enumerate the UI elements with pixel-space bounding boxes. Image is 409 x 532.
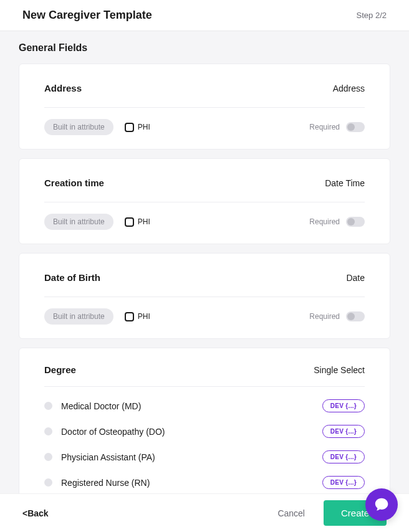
option-label: Physician Assistant (PA)	[61, 452, 155, 462]
option-row: Doctor of Osteopathy (DO) DEV {...}	[44, 419, 365, 444]
right-controls: Required	[309, 217, 365, 227]
field-card-degree: Degree Single Select Medical Doctor (MD)…	[19, 348, 390, 495]
chat-fab[interactable]	[365, 488, 398, 521]
options-list: Medical Doctor (MD) DEV {...} Doctor of …	[44, 387, 365, 495]
phi-label: PHI	[138, 312, 150, 321]
page-title: New Caregiver Template	[22, 9, 152, 22]
required-label: Required	[309, 217, 340, 226]
field-card-creation-time: Creation time Date Time Built in attribu…	[19, 158, 390, 244]
section-title: General Fields	[19, 42, 390, 54]
dev-button[interactable]: DEV {...}	[322, 450, 365, 463]
required-label: Required	[309, 123, 340, 131]
field-card-footer: Built in attribute PHI Required	[44, 108, 365, 149]
left-controls: Built in attribute PHI	[44, 308, 150, 325]
field-title: Address	[44, 83, 82, 93]
checkbox-icon	[125, 312, 134, 321]
back-button[interactable]: <Back	[22, 508, 49, 518]
option-left: Medical Doctor (MD)	[44, 401, 141, 411]
field-card-footer: Built in attribute PHI Required	[44, 202, 365, 244]
checkbox-icon	[125, 217, 134, 227]
left-controls: Built in attribute PHI	[44, 119, 150, 135]
option-label: Registered Nurse (RN)	[61, 478, 150, 488]
built-in-badge: Built in attribute	[44, 308, 113, 325]
chat-icon	[373, 496, 390, 513]
phi-checkbox[interactable]: PHI	[125, 217, 150, 227]
phi-label: PHI	[138, 123, 150, 131]
field-type: Single Select	[314, 365, 365, 375]
field-card-address: Address Address Built in attribute PHI R…	[19, 64, 390, 150]
page-header: New Caregiver Template Step 2/2	[0, 0, 409, 31]
left-controls: Built in attribute PHI	[44, 214, 150, 230]
dev-button[interactable]: DEV {...}	[322, 399, 365, 412]
field-card-header: Degree Single Select	[44, 348, 365, 387]
dev-button[interactable]: DEV {...}	[322, 476, 365, 489]
field-title: Degree	[44, 364, 76, 375]
required-label: Required	[309, 312, 340, 321]
required-toggle[interactable]	[346, 122, 365, 132]
field-card-header: Address Address	[44, 64, 365, 108]
field-title: Date of Birth	[44, 272, 100, 283]
field-card-header: Date of Birth Date	[44, 254, 365, 297]
option-left: Physician Assistant (PA)	[44, 452, 155, 462]
radio-icon	[44, 478, 52, 487]
checkbox-icon	[125, 123, 134, 132]
right-controls: Required	[309, 311, 365, 321]
option-left: Doctor of Osteopathy (DO)	[44, 427, 165, 437]
required-toggle[interactable]	[346, 311, 365, 321]
option-row: Medical Doctor (MD) DEV {...}	[44, 393, 365, 419]
right-controls: Required	[309, 122, 365, 132]
required-toggle[interactable]	[346, 217, 365, 227]
built-in-badge: Built in attribute	[44, 214, 113, 230]
field-card-dob: Date of Birth Date Built in attribute PH…	[19, 253, 390, 339]
cancel-button[interactable]: Cancel	[277, 508, 305, 518]
built-in-badge: Built in attribute	[44, 119, 113, 135]
field-title: Creation time	[44, 178, 104, 188]
phi-checkbox[interactable]: PHI	[125, 312, 150, 321]
footer-bar: <Back Cancel Create	[0, 493, 409, 532]
radio-icon	[44, 427, 52, 435]
step-indicator: Step 2/2	[357, 11, 387, 20]
field-type: Date	[346, 273, 365, 283]
field-card-footer: Built in attribute PHI Required	[44, 297, 365, 338]
field-card-header: Creation time Date Time	[44, 159, 365, 202]
field-type: Address	[333, 83, 365, 93]
option-row: Physician Assistant (PA) DEV {...}	[44, 444, 365, 470]
phi-label: PHI	[138, 217, 150, 226]
phi-checkbox[interactable]: PHI	[125, 123, 150, 132]
option-row: Registered Nurse (RN) DEV {...}	[44, 470, 365, 495]
radio-icon	[44, 402, 52, 410]
dev-button[interactable]: DEV {...}	[322, 425, 365, 438]
option-label: Medical Doctor (MD)	[61, 401, 141, 411]
option-left: Registered Nurse (RN)	[44, 478, 150, 488]
radio-icon	[44, 453, 52, 461]
content-scroll-area[interactable]: General Fields Address Address Built in …	[0, 31, 409, 495]
field-type: Date Time	[325, 178, 365, 188]
option-label: Doctor of Osteopathy (DO)	[61, 427, 165, 437]
